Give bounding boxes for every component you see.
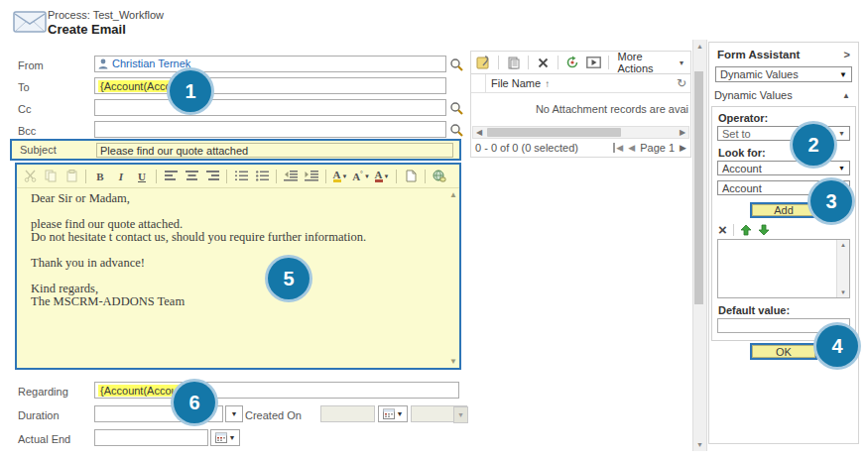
italic-button[interactable]: I xyxy=(112,168,130,184)
from-recipient-link[interactable]: Christian Ternek xyxy=(112,56,190,72)
form-assistant-panel: Form Assistant > Dynamic Values ▼ Dynami… xyxy=(708,42,859,444)
assistant-mode-select[interactable]: Dynamic Values ▼ xyxy=(715,66,852,82)
align-center-icon[interactable] xyxy=(183,168,200,184)
ok-button[interactable]: OK xyxy=(750,343,817,360)
indent-icon[interactable] xyxy=(303,168,320,184)
cc-lookup-icon[interactable] xyxy=(448,99,464,116)
more-actions-button[interactable]: More Actions▾ xyxy=(615,51,686,74)
record-count: 0 - 0 of 0 (0 selected) xyxy=(475,142,578,154)
scroll-up-icon[interactable]: ▲ xyxy=(693,40,706,50)
collapse-section-icon[interactable]: ▲ xyxy=(842,91,850,100)
align-left-icon[interactable] xyxy=(162,168,180,184)
toolbar-separator xyxy=(528,56,529,69)
bcc-lookup-icon[interactable] xyxy=(448,121,464,138)
bcc-field[interactable] xyxy=(94,121,446,138)
bullet-list-icon[interactable] xyxy=(253,168,271,184)
horizontal-scroll-thumb[interactable] xyxy=(487,128,621,137)
underline-button[interactable]: U xyxy=(133,168,151,184)
listbox-scrollbar[interactable]: ▲ ▼ xyxy=(836,240,849,297)
bold-button[interactable]: B xyxy=(91,168,109,184)
email-body-text[interactable]: Dear Sir or Madam, please find our quote… xyxy=(17,188,459,308)
body-line: Dear Sir or Madam, xyxy=(31,192,445,205)
toolbar-separator xyxy=(226,170,227,183)
person-icon xyxy=(98,58,108,69)
to-label: To xyxy=(18,81,30,94)
operator-label: Operator: xyxy=(718,112,849,124)
cut-icon[interactable] xyxy=(21,168,39,184)
email-body-editor[interactable]: B I U xyxy=(15,163,461,370)
sort-ascending-icon[interactable]: ↑ xyxy=(545,78,550,89)
toolbar-separator xyxy=(156,170,157,183)
subject-field[interactable]: Please find our quote attached xyxy=(96,143,453,158)
listbox-scroll-down-icon[interactable]: ▼ xyxy=(837,289,849,295)
toolbar-separator xyxy=(733,224,734,236)
email-envelope-icon xyxy=(13,9,48,36)
regarding-field[interactable]: {Account(Account)} xyxy=(94,382,459,399)
run-workflow-icon[interactable] xyxy=(564,55,581,70)
to-field[interactable]: {Account(Account)} xyxy=(94,77,446,94)
scroll-right-icon[interactable]: ▶ xyxy=(677,128,688,138)
cc-field[interactable] xyxy=(94,99,446,116)
delete-attachment-icon[interactable] xyxy=(535,55,552,70)
font-color-button[interactable]: A▼ xyxy=(373,168,391,184)
dynamic-values-section-header[interactable]: Dynamic Values ▲ xyxy=(709,82,858,106)
duration-dropdown-button[interactable]: ▼ xyxy=(225,405,243,422)
add-button[interactable]: Add xyxy=(750,202,817,218)
select-caret-icon: ▼ xyxy=(838,165,845,172)
listbox-scroll-up-icon[interactable]: ▲ xyxy=(837,240,849,248)
refresh-grid-icon[interactable]: ↻ xyxy=(677,76,686,90)
new-attachment-icon[interactable] xyxy=(475,55,492,70)
remove-value-icon[interactable]: × xyxy=(718,224,727,236)
process-name: Process: Test_Workflow xyxy=(48,9,164,22)
attachments-grid-footer: 0 - 0 of 0 (0 selected) ◀ ◀ Page 1 ▶ xyxy=(471,139,690,156)
next-page-icon[interactable]: ▶ xyxy=(680,143,686,153)
file-name-column-header[interactable]: File Name xyxy=(486,77,541,89)
collapse-panel-icon[interactable]: > xyxy=(844,49,850,60)
outdent-icon[interactable] xyxy=(282,168,300,184)
insert-link-icon[interactable] xyxy=(431,168,448,184)
editor-scroll-up-icon[interactable]: ▲ xyxy=(449,190,457,199)
page-icon[interactable] xyxy=(402,168,420,184)
no-records-message: No Attachment records are avai xyxy=(536,103,688,115)
move-up-icon[interactable] xyxy=(740,224,752,236)
created-on-time-dropdown-icon: ▼ xyxy=(453,406,468,423)
regarding-label: Regarding xyxy=(18,386,68,399)
main-vertical-scrollbar[interactable]: ▲ ▼ xyxy=(692,40,707,451)
actual-end-field[interactable] xyxy=(94,429,208,446)
align-right-icon[interactable] xyxy=(203,168,221,184)
vertical-scroll-thumb[interactable] xyxy=(694,71,703,304)
duration-label: Duration xyxy=(18,409,60,422)
callout-4: 4 xyxy=(816,325,858,367)
created-on-date-field xyxy=(320,405,375,422)
copy-icon[interactable] xyxy=(42,168,60,184)
run-report-icon[interactable] xyxy=(585,55,602,70)
from-field[interactable]: Christian Ternek xyxy=(94,56,446,72)
subject-row-highlight: Subject Please find our quote attached xyxy=(10,139,461,161)
form-assistant-title: Form Assistant xyxy=(717,49,800,60)
callout-3: 3 xyxy=(810,180,852,222)
created-on-label: Created On xyxy=(245,409,302,422)
attachment-properties-icon[interactable] xyxy=(505,55,522,70)
paste-icon[interactable] xyxy=(62,168,80,184)
highlight-color-button[interactable]: A▼ xyxy=(331,168,349,184)
font-size-button[interactable]: A°▼ xyxy=(352,168,370,184)
default-value-label: Default value: xyxy=(718,304,849,316)
first-page-icon[interactable]: ◀ xyxy=(613,143,623,153)
previous-page-icon[interactable]: ◀ xyxy=(628,143,635,153)
from-lookup-icon[interactable] xyxy=(448,56,464,72)
created-on-calendar-button[interactable]: ▼ xyxy=(378,405,408,422)
actual-end-calendar-button[interactable]: ▼ xyxy=(210,429,240,446)
scroll-down-icon[interactable]: ▼ xyxy=(693,441,706,448)
callout-5: 5 xyxy=(268,258,310,299)
dynamic-values-listbox[interactable]: ▲ ▼ xyxy=(717,239,850,298)
from-label: From xyxy=(18,59,44,72)
numbered-list-icon[interactable] xyxy=(232,168,250,184)
look-for-entity-select[interactable]: Account ▼ xyxy=(717,161,850,175)
move-down-icon[interactable] xyxy=(758,224,770,236)
attachments-toolbar: More Actions▾ xyxy=(471,52,690,74)
checkbox-column-header[interactable] xyxy=(471,74,486,92)
select-caret-icon: ▼ xyxy=(839,70,847,79)
editor-scroll-down-icon[interactable]: ▼ xyxy=(449,357,457,366)
attachments-horizontal-scrollbar[interactable]: ◀ ▶ xyxy=(472,126,689,139)
scroll-left-icon[interactable]: ◀ xyxy=(473,128,485,138)
